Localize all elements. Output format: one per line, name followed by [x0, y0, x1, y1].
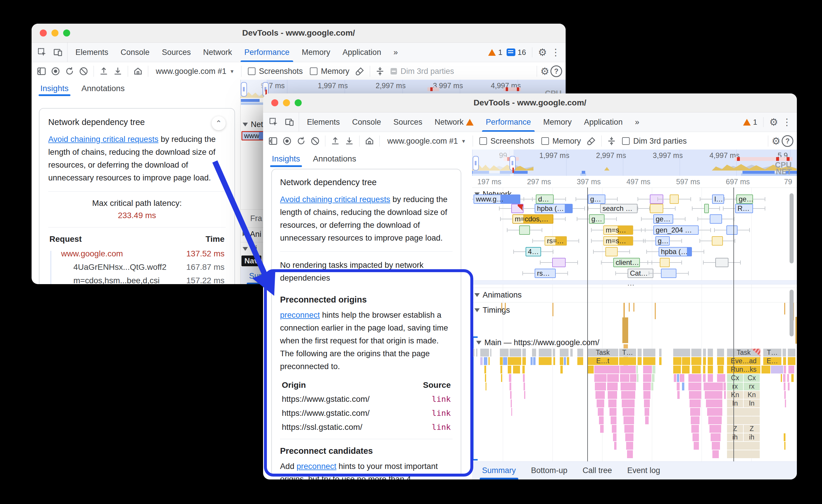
flame-frame[interactable]: Kn — [727, 391, 743, 399]
flame-frame[interactable]: T… — [619, 349, 636, 357]
network-request[interactable] — [511, 204, 523, 213]
network-request[interactable] — [704, 204, 709, 213]
flame-frame[interactable]: rx — [744, 383, 760, 390]
network-request[interactable]: ge… — [653, 214, 673, 224]
memory-checkbox[interactable]: Memory — [307, 67, 353, 76]
subtab-insights[interactable]: Insights — [40, 80, 69, 97]
flame-frame[interactable]: T… — [763, 349, 781, 357]
flame-frame[interactable]: Task — [727, 349, 760, 357]
collapse-tracks-icon[interactable] — [605, 135, 618, 147]
network-request[interactable]: m=s… — [603, 225, 633, 235]
memory-checkbox[interactable]: Memory — [538, 137, 584, 146]
settings-gear-icon[interactable]: ⚙ — [538, 46, 547, 58]
flame-frame[interactable]: Z — [744, 425, 760, 433]
timeline-pane[interactable]: 991,997 ms2,997 ms3,997 ms4,997 ms5,9CPU… — [472, 150, 797, 461]
tab-memory[interactable]: Memory — [296, 43, 337, 62]
clear-icon[interactable] — [77, 65, 90, 78]
screenshots-checkbox[interactable]: Screenshots — [245, 67, 306, 76]
help-icon[interactable]: ? — [550, 65, 562, 77]
tab-network[interactable]: Network — [429, 112, 480, 132]
network-request[interactable] — [650, 204, 663, 213]
subtab-annotations[interactable]: Annotations — [313, 150, 356, 168]
save-profile-icon[interactable] — [343, 135, 356, 147]
flame-frame[interactable]: E… — [763, 357, 781, 365]
save-profile-icon[interactable] — [111, 65, 124, 78]
table-row[interactable]: m=cdos,hsm...bee,d,csi157.22 ms — [54, 276, 225, 284]
network-request[interactable]: 4… — [525, 247, 541, 256]
subtab-insights[interactable]: Insights — [272, 150, 300, 168]
kebab-menu-icon[interactable]: ⋮ — [551, 47, 560, 58]
reload-icon[interactable] — [63, 65, 76, 78]
record-icon[interactable] — [49, 65, 62, 78]
tab-sources[interactable]: Sources — [156, 43, 197, 62]
load-profile-icon[interactable] — [97, 65, 110, 78]
reload-icon[interactable] — [295, 135, 308, 147]
timeline-overview[interactable]: 991,997 ms2,997 ms3,997 ms4,997 ms5,9CPU… — [472, 150, 797, 176]
avoid-chaining-link[interactable]: Avoid chaining critical requests — [48, 135, 158, 144]
clear-icon[interactable] — [309, 135, 322, 147]
selection-handle[interactable]: ‖ — [473, 156, 479, 171]
network-request[interactable] — [726, 225, 738, 235]
tab-eventlog[interactable]: Event log — [627, 462, 660, 479]
flame-frame[interactable]: Task — [587, 349, 618, 357]
network-request[interactable]: ge… — [736, 194, 753, 204]
network-request[interactable]: hpba (… — [535, 204, 573, 213]
warning-icon[interactable] — [488, 49, 496, 56]
network-request[interactable]: m=s… — [603, 236, 633, 246]
flame-frame[interactable]: ih — [727, 433, 743, 441]
messages-icon[interactable] — [507, 48, 515, 56]
main-track-label[interactable]: Main — https://www.google.com/ — [476, 338, 599, 347]
scrollbar-thumb[interactable] — [790, 290, 794, 336]
preconnect-link[interactable]: preconnect — [280, 310, 320, 319]
gc-brush-icon[interactable] — [585, 135, 598, 147]
tab-application[interactable]: Application — [337, 43, 387, 62]
flame-frame[interactable]: Z — [727, 425, 743, 433]
preconnect-link[interactable]: preconnect — [297, 462, 337, 471]
record-icon[interactable] — [281, 135, 294, 147]
minimize-button[interactable] — [283, 99, 290, 106]
network-request[interactable]: search … — [600, 204, 638, 213]
gc-brush-icon[interactable] — [353, 65, 366, 78]
scrollbar-thumb[interactable] — [790, 193, 794, 263]
network-request[interactable]: client… — [613, 258, 640, 267]
network-request[interactable]: g… — [588, 194, 605, 204]
network-request[interactable]: rs=… — [544, 236, 567, 246]
inspect-cursor-icon[interactable] — [267, 116, 280, 128]
settings-gear-icon[interactable]: ⚙ — [769, 116, 778, 128]
network-request[interactable] — [670, 194, 679, 204]
collapse-tracks-icon[interactable] — [374, 65, 386, 78]
inspect-cursor-icon[interactable] — [36, 46, 48, 59]
target-selector[interactable]: www.google.com #1▾ — [383, 137, 469, 146]
titlebar[interactable]: DevTools - www.google.com/ — [263, 93, 797, 112]
network-request[interactable]: www.g… — [474, 194, 520, 204]
tab-console[interactable]: Console — [346, 112, 387, 132]
load-profile-icon[interactable] — [329, 135, 342, 147]
tab-bottomup[interactable]: Bottom-up — [531, 462, 568, 479]
tab-memory[interactable]: Memory — [537, 112, 578, 132]
close-button[interactable] — [40, 29, 47, 37]
device-toolbar-icon[interactable] — [51, 46, 64, 59]
network-request[interactable] — [661, 269, 677, 278]
network-request[interactable]: gen_204 … — [653, 225, 699, 235]
devtools-window-front[interactable]: DevTools - www.google.com/ ElementsConso… — [263, 93, 797, 479]
animations-track-label[interactable]: Animations — [474, 291, 522, 300]
titlebar[interactable]: DevTools - www.google.com/ — [32, 24, 566, 43]
tab-elements[interactable]: Elements — [301, 112, 346, 132]
network-request[interactable]: rs… — [535, 269, 556, 278]
kebab-menu-icon[interactable]: ⋮ — [782, 117, 792, 128]
warning-icon[interactable] — [743, 119, 751, 126]
screenshots-checkbox[interactable]: Screenshots — [476, 137, 537, 146]
flame-frame[interactable]: Kn — [744, 391, 760, 399]
toggle-panel-icon[interactable] — [35, 65, 48, 78]
selection-handle[interactable]: ‖ — [241, 82, 247, 97]
flame-frame[interactable]: E…t — [587, 357, 618, 365]
network-request[interactable] — [715, 258, 729, 267]
network-request[interactable]: R… — [735, 204, 753, 213]
close-button[interactable] — [271, 99, 278, 106]
tab-network[interactable]: Network — [197, 43, 238, 62]
network-request[interactable] — [712, 236, 723, 246]
tab-application[interactable]: Application — [578, 112, 629, 132]
network-request[interactable] — [660, 258, 670, 267]
origin-row[interactable]: https://www.gstatic.com/link — [282, 409, 451, 418]
zoom-button[interactable] — [63, 29, 70, 37]
